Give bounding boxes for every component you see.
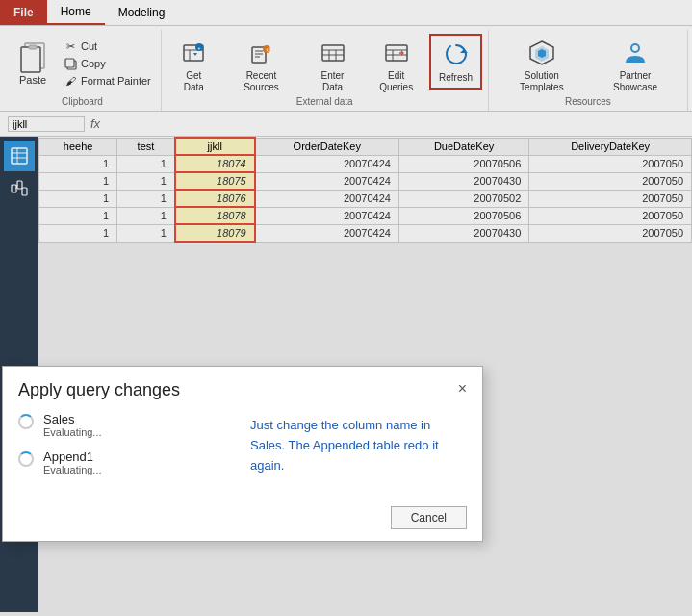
- dialog-header: Apply query changes ×: [3, 367, 482, 404]
- query-info-append1: Append1 Evaluating...: [43, 449, 102, 475]
- query-item-append1: Append1 Evaluating...: [18, 449, 235, 475]
- dialog-info: Just change the column name in Sales. Th…: [250, 412, 467, 487]
- query-name-append1: Append1: [43, 449, 102, 464]
- dialog-close-button[interactable]: ×: [458, 380, 467, 398]
- dialog-body: Sales Evaluating... Append1 Evaluating..…: [3, 404, 482, 502]
- cancel-button[interactable]: Cancel: [391, 506, 467, 529]
- query-item-sales: Sales Evaluating...: [18, 412, 235, 438]
- query-name-sales: Sales: [43, 412, 102, 426]
- apply-query-dialog: Apply query changes × Sales Evaluating..…: [2, 366, 483, 542]
- dialog-info-text: Just change the column name in Sales. Th…: [250, 418, 439, 473]
- spinner-sales: [18, 414, 36, 431]
- query-info-sales: Sales Evaluating...: [43, 412, 102, 438]
- query-status-append1: Evaluating...: [43, 464, 102, 475]
- dialog-title: Apply query changes: [18, 380, 180, 400]
- query-status-sales: Evaluating...: [43, 426, 102, 438]
- dialog-queries: Sales Evaluating... Append1 Evaluating..…: [18, 412, 235, 487]
- spinner-ring-append1: [18, 451, 34, 467]
- dialog-footer: Cancel: [3, 502, 482, 541]
- spinner-append1: [18, 451, 36, 469]
- spinner-ring-sales: [18, 414, 34, 429]
